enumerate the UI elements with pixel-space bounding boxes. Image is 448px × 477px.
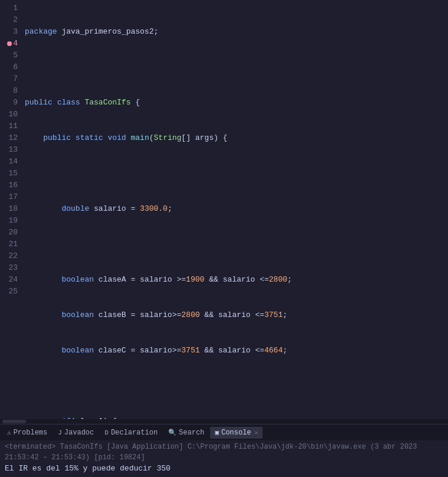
line-num-20: 20 bbox=[5, 227, 18, 238]
line-num-18: 18 bbox=[5, 203, 18, 215]
line-num-15: 15 bbox=[5, 168, 18, 179]
code-container: 1 2 3 4 5 6 7 8 9 10 11 12 13 14 15 16 1… bbox=[0, 0, 448, 419]
javadoc-icon: J bbox=[58, 429, 62, 436]
code-line-7 bbox=[25, 238, 448, 250]
console-icon: ▣ bbox=[215, 429, 219, 436]
line-num-5: 5 bbox=[5, 50, 18, 61]
line-num-2: 2 bbox=[5, 14, 18, 26]
line-num-13: 13 bbox=[5, 144, 18, 156]
code-content[interactable]: package java_primeros_pasos2; public cla… bbox=[22, 2, 448, 419]
tab-console-label: Console bbox=[221, 429, 251, 437]
code-line-6: double salario = 3300.0; bbox=[25, 203, 448, 215]
code-line-1: package java_primeros_pasos2; bbox=[25, 26, 448, 38]
line-num-25: 25 bbox=[5, 286, 18, 298]
console-close-button[interactable]: ✕ bbox=[254, 429, 258, 436]
tab-problems-label: Problems bbox=[14, 429, 48, 437]
line-num-14: 14 bbox=[5, 156, 18, 168]
code-line-11 bbox=[25, 380, 448, 392]
line-num-24: 24 bbox=[5, 274, 18, 286]
scroll-thumb[interactable] bbox=[2, 420, 26, 423]
tab-javadoc[interactable]: J Javadoc bbox=[53, 427, 99, 439]
code-line-9: boolean claseB = salario>=2800 && salari… bbox=[25, 309, 448, 321]
line-num-22: 22 bbox=[5, 250, 18, 262]
code-line-4: public static void main(String[] args) { bbox=[25, 132, 448, 144]
line-num-4: 4 bbox=[5, 38, 18, 50]
horizontal-scrollbar[interactable] bbox=[0, 419, 448, 424]
line-num-19: 19 bbox=[5, 215, 18, 227]
line-num-17: 17 bbox=[5, 191, 18, 203]
tab-declaration[interactable]: D Declaration bbox=[100, 427, 162, 439]
declaration-icon: D bbox=[104, 429, 109, 436]
editor-area: 1 2 3 4 5 6 7 8 9 10 11 12 13 14 15 16 1… bbox=[0, 0, 448, 424]
line-num-11: 11 bbox=[5, 120, 18, 132]
tab-problems[interactable]: ⚠ Problems bbox=[2, 427, 52, 439]
tab-declaration-label: Declaration bbox=[111, 429, 158, 437]
console-output: El IR es del 15% y puede deducir 350 bbox=[5, 463, 443, 475]
line-num-6: 6 bbox=[5, 61, 18, 73]
tab-search[interactable]: 🔍 Search bbox=[163, 427, 209, 439]
problems-icon: ⚠ bbox=[7, 429, 11, 436]
tab-console[interactable]: ▣ Console ✕ bbox=[210, 427, 263, 439]
line-num-9: 9 bbox=[5, 97, 18, 109]
search-icon: 🔍 bbox=[168, 429, 176, 436]
line-num-8: 8 bbox=[5, 85, 18, 97]
code-line-10: boolean claseC = salario>=3751 && salari… bbox=[25, 345, 448, 357]
code-line-2 bbox=[25, 61, 448, 73]
line-num-12: 12 bbox=[5, 132, 18, 144]
line-num-1: 1 bbox=[5, 2, 18, 14]
console-status: <terminated> TasaConIfs [Java Applicatio… bbox=[5, 442, 443, 463]
console-area: <terminated> TasaConIfs [Java Applicatio… bbox=[0, 440, 448, 477]
line-num-23: 23 bbox=[5, 262, 18, 274]
line-num-10: 10 bbox=[5, 109, 18, 120]
bottom-tab-bar: ⚠ Problems J Javadoc D Declaration 🔍 Sea… bbox=[0, 424, 448, 440]
line-num-3: 3 bbox=[5, 26, 18, 38]
code-line-3: public class TasaConIfs { bbox=[25, 97, 448, 109]
line-numbers: 1 2 3 4 5 6 7 8 9 10 11 12 13 14 15 16 1… bbox=[0, 2, 22, 419]
tab-javadoc-label: Javadoc bbox=[64, 429, 94, 437]
code-line-5 bbox=[25, 168, 448, 179]
line-num-7: 7 bbox=[5, 73, 18, 85]
line-num-21: 21 bbox=[5, 238, 18, 250]
line-num-16: 16 bbox=[5, 179, 18, 191]
tab-search-label: Search bbox=[179, 429, 204, 437]
code-line-8: boolean claseA = salario >=1900 && salar… bbox=[25, 274, 448, 286]
